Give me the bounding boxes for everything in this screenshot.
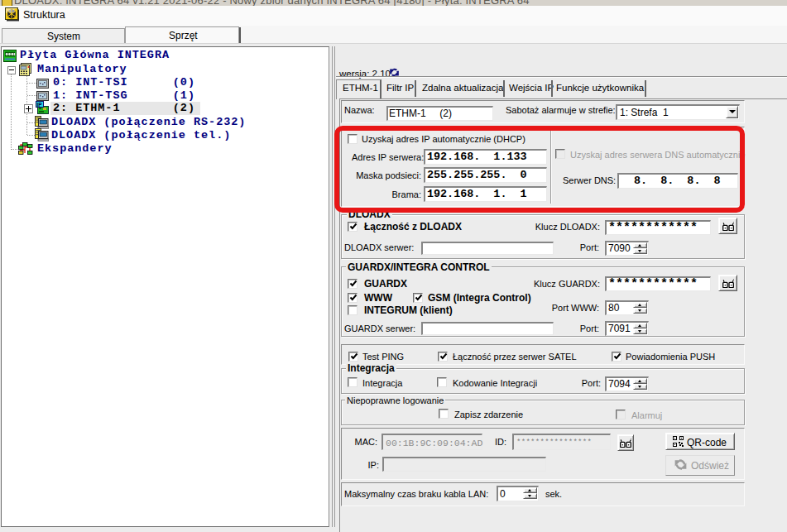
svg-text:IP: IP xyxy=(37,102,43,108)
